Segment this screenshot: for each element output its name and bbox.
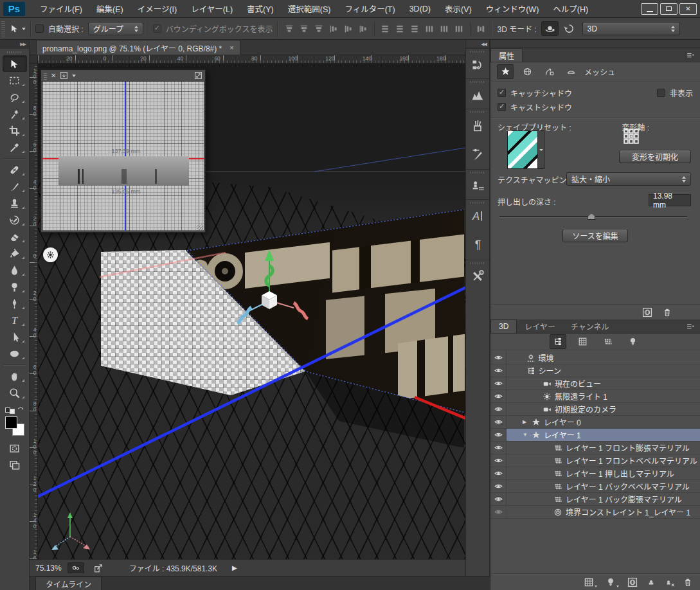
distribute-left-edges-icon[interactable] [422, 22, 436, 35]
chevron-down-icon[interactable] [72, 75, 76, 77]
distribute-vertical-centers-icon[interactable] [393, 22, 406, 35]
3d-item-layer1-front-inflation[interactable]: レイヤー 1 フロント膨張マテリアル [490, 442, 700, 454]
new-mesh-icon[interactable] [584, 577, 597, 587]
visibility-eye-icon[interactable] [490, 454, 507, 467]
distribute-right-edges-icon[interactable] [452, 22, 465, 35]
expand-view-icon[interactable] [194, 71, 202, 80]
filter-lights-icon[interactable] [625, 334, 642, 349]
blur-tool[interactable] [3, 262, 27, 278]
brush-panel-icon[interactable] [466, 139, 489, 169]
visibility-eye-icon[interactable] [490, 467, 507, 479]
align-bottom-edges-icon[interactable] [312, 22, 325, 35]
history-panel-icon[interactable] [466, 48, 489, 78]
visibility-eye-icon[interactable] [490, 352, 507, 364]
secondary-view-window[interactable]: ✕ 137.39 mm 135.05 mm [40, 69, 206, 233]
3d-item-layer1-extrusion[interactable]: レイヤー 1 押し出しマテリアル [490, 467, 700, 480]
crop-tool[interactable] [3, 122, 27, 139]
visibility-eye-icon[interactable] [490, 493, 507, 505]
character-panel-icon[interactable]: A [466, 199, 489, 229]
status-flyout-arrow-icon[interactable]: ▶ [232, 564, 237, 571]
tab-3d[interactable]: 3D [490, 319, 517, 333]
screen-mode-button[interactable] [3, 456, 27, 473]
menu-item[interactable]: イメージ(I) [130, 0, 184, 17]
swap-view-icon[interactable] [60, 71, 68, 80]
delete-hidden-icon[interactable] [665, 577, 675, 587]
canvas-3d-viewport[interactable]: ✕ 137.39 mm 135.05 mm [38, 64, 465, 559]
edit-source-button[interactable]: ソースを編集 [562, 229, 628, 242]
swap-colors-icon[interactable] [5, 406, 24, 414]
tool-presets-panel-icon[interactable] [466, 260, 489, 290]
3d-item-environment[interactable]: 環境 [490, 352, 700, 364]
visibility-eye-icon[interactable] [490, 506, 507, 518]
3d-roll-camera-mode-icon[interactable] [561, 21, 578, 36]
slider-thumb[interactable] [588, 213, 595, 220]
extrusion-depth-slider[interactable] [499, 213, 687, 220]
extrusion-depth-field[interactable]: 13.98 mm [649, 194, 691, 206]
menu-item[interactable]: 書式(Y) [240, 0, 281, 17]
3d-item-default-camera[interactable]: 初期設定のカメラ [490, 403, 700, 416]
3d-item-scene[interactable]: シーン [490, 364, 700, 377]
cast-shadow-checkbox[interactable] [498, 103, 506, 111]
ellipse-tool[interactable] [3, 345, 27, 362]
panel-menu-icon[interactable] [685, 322, 696, 330]
hide-checkbox[interactable] [657, 89, 665, 97]
3d-item-current-view[interactable]: 現在のビュー [490, 377, 700, 390]
3d-rotate-camera-mode-icon[interactable] [541, 21, 559, 36]
visibility-eye-icon[interactable] [490, 442, 507, 454]
reset-deformation-button[interactable]: 変形を初期化 [619, 150, 691, 163]
3d-mode-dropdown[interactable]: 3D [582, 22, 680, 35]
cap-properties-icon[interactable] [562, 64, 579, 79]
foreground-color-swatch[interactable] [5, 416, 17, 429]
menu-item[interactable]: 編集(E) [89, 0, 130, 17]
secondary-view-titlebar[interactable]: ✕ [41, 70, 205, 82]
toggle-3d-extras-icon[interactable] [627, 577, 638, 587]
distribute-horizontal-centers-icon[interactable] [437, 22, 451, 35]
align-left-edges-icon[interactable] [327, 22, 340, 35]
tab-properties[interactable]: 属性 [490, 48, 523, 62]
lasso-tool[interactable] [3, 89, 27, 105]
delete-icon[interactable] [663, 307, 672, 317]
expander-icon[interactable]: ▼ [523, 432, 528, 438]
menu-item[interactable]: フィルター(T) [337, 0, 402, 17]
quick-mask-button[interactable] [3, 440, 27, 456]
filter-materials-icon[interactable] [600, 334, 616, 349]
auto-select-checkbox[interactable] [35, 24, 44, 33]
brush-presets-panel-icon[interactable] [466, 109, 489, 139]
catch-shadow-checkbox[interactable] [498, 89, 506, 97]
zoom-tool[interactable] [3, 384, 27, 401]
filter-meshes-icon[interactable] [575, 334, 591, 349]
visibility-eye-icon[interactable] [490, 416, 507, 428]
3d-item-layer1-back-bevel[interactable]: レイヤー 1 バックベベルマテリアル [490, 480, 700, 493]
menu-item[interactable]: 選択範囲(S) [281, 0, 338, 17]
3d-item-layer0[interactable]: ▶ レイヤー 0 [490, 416, 700, 429]
vertical-ruler[interactable]: 10080604020020406080100120140160 [30, 64, 38, 559]
zoom-level-field[interactable]: 75.13% [35, 564, 62, 573]
3d-item-layer1-back-inflation[interactable]: レイヤー 1 バック膨張マテリアル [490, 493, 700, 506]
trash-icon[interactable] [683, 577, 692, 587]
menu-item[interactable]: レイヤー(L) [184, 0, 240, 17]
shape-preset-thumbnail[interactable] [507, 130, 544, 169]
maximize-button[interactable] [660, 3, 678, 15]
distribute-top-edges-icon[interactable] [374, 22, 391, 35]
visibility-eye-icon[interactable] [490, 364, 507, 377]
history-brush-tool[interactable] [3, 211, 27, 228]
type-tool[interactable]: T [3, 312, 27, 328]
menu-item[interactable]: 表示(V) [438, 0, 479, 17]
3d-item-layer1[interactable]: ▼ レイヤー 1 [490, 429, 700, 442]
align-top-edges-icon[interactable] [282, 22, 296, 35]
mesh-properties-icon[interactable] [497, 64, 514, 79]
paragraph-panel-icon[interactable]: ¶ [466, 229, 489, 260]
panel-menu-icon[interactable] [685, 51, 696, 59]
current-tool-preset[interactable] [10, 24, 26, 33]
options-bar-grip[interactable] [1, 21, 5, 37]
export-icon[interactable] [90, 562, 107, 573]
pen-tool[interactable] [3, 295, 27, 312]
distribute-spacing-icon[interactable] [470, 22, 487, 35]
filter-whole-scene-icon[interactable] [550, 334, 566, 349]
visibility-eye-icon[interactable] [490, 377, 507, 389]
magic-wand-tool[interactable] [3, 105, 27, 122]
minimize-button[interactable] [641, 3, 658, 15]
eyedropper-tool[interactable] [3, 139, 27, 156]
clone-source-panel-icon[interactable] [466, 169, 489, 199]
3d-item-infinite-light[interactable]: 無限遠ライト 1 [490, 390, 700, 403]
